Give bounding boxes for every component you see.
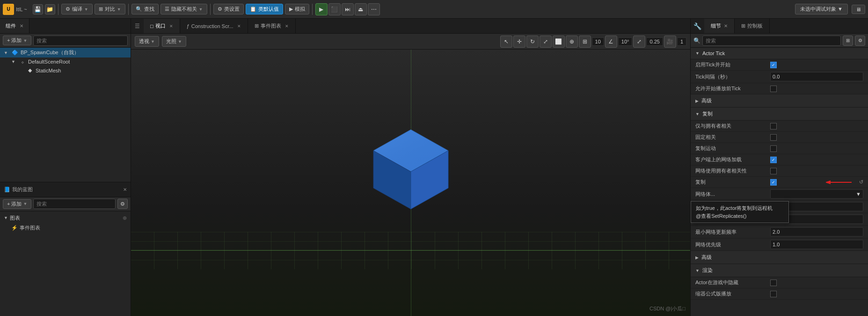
compile-button[interactable]: ⚙ 编译 ▼ [61,4,93,14]
screen-button[interactable]: 🖥 [852,5,865,14]
net-load-checkbox[interactable] [770,157,777,163]
prop-min-net-update-label: 最小网络更新频率 [695,229,770,236]
replicate-movement-checkbox[interactable] [770,145,777,152]
grid-toggle-button[interactable]: ⊞ [579,36,591,48]
prop-tick-interval-value [770,72,863,81]
tab-details[interactable]: 细节 ✕ [704,19,735,33]
camera-speed-button[interactable]: 🎥 [664,36,676,48]
enable-tick-checkbox[interactable] [770,62,777,68]
blueprint-settings-button[interactable]: ⚙ [117,199,128,209]
blueprint-close-button[interactable]: ✕ [123,187,127,192]
perspective-button[interactable]: 透视 ▼ [135,36,159,47]
move-tool-button[interactable]: ✛ [513,36,525,48]
viewport-close[interactable]: ✕ [169,24,173,29]
allow-tick-checkbox[interactable] [770,86,777,92]
tree-root-icon: 🔷 [11,50,19,56]
stop-button[interactable]: ⬛ [328,3,341,15]
details-grid-button[interactable]: ⊞ [843,36,853,46]
viewport-toolbar: 透视 ▼ 光照 ▼ ↖ ✛ ↻ ⤢ ⬜ ⊕ ⊞ 10 ∠ 10° [131,34,690,50]
advanced-section-header[interactable]: ▶ 高级 [691,94,868,108]
angle-toggle-button[interactable]: ∠ [605,36,617,48]
compile-icon: ⚙ [66,6,70,12]
grid-value[interactable]: 10 [592,37,604,46]
camera-value[interactable]: 1 [677,37,686,46]
tree-root-item[interactable]: ▼ 🔷 BP_SpawnCube（自我） [0,48,131,57]
rendering-section-header[interactable]: ▼ 渲染 [691,264,868,277]
rotate-tool-button[interactable]: ↻ [526,36,539,48]
eject-button[interactable]: ⏏ [355,3,367,15]
blueprint-add-button[interactable]: + 添加 ▼ [3,199,31,209]
min-net-update-input[interactable] [770,227,863,237]
prop-tick-interval: Tick间隔（秒） [691,71,868,83]
tree-mesh-item[interactable]: ◆ StaticMesh [15,66,131,75]
replication-section-header[interactable]: ▼ 复制 [691,108,868,121]
tab-viewport[interactable]: □ 视口 ✕ [144,19,180,33]
add-component-button[interactable]: + 添加 ▼ [3,36,31,45]
blueprint-events-item[interactable]: ⚡ 事件图表 [4,223,127,233]
scale-tool-button[interactable]: ⤢ [540,36,552,48]
net-priority-input[interactable] [770,240,863,249]
advanced2-arrow: ▶ [695,255,699,260]
net-body-dropdown[interactable]: ▼ [770,189,863,199]
tick-interval-input[interactable] [770,72,863,81]
blueprint-search-input[interactable] [33,199,116,209]
blueprint-toolbar: + 添加 ▼ ⚙ [0,197,131,211]
advanced2-section-header[interactable]: ▶ 高级 [691,251,868,264]
tree-scene-root-item[interactable]: ▼ ⬦ DefaultSceneRoot [7,57,131,66]
replicate-checkbox[interactable] [770,179,777,186]
event-close[interactable]: ✕ [285,24,289,29]
blueprint-title-area: 📘 我的蓝图 [4,186,33,193]
prop-always-relevant-label: 固定相关 [695,134,770,141]
editor-billboard-checkbox[interactable] [770,291,777,297]
add-graph-icon[interactable]: ⊕ [123,215,127,221]
tab-construction[interactable]: ƒ Construction Scr... ✕ [180,19,248,33]
class-default-button[interactable]: 📋 类默认值 [246,4,283,14]
event-label: 事件图表 [261,22,281,29]
scale-value[interactable]: 0.25 [646,37,663,46]
prop-enable-tick-value [770,62,863,68]
tab-components-close[interactable]: ✕ [20,23,23,29]
viewport-canvas[interactable]: CSDN @|小瓜□ [131,50,690,316]
class-settings-button[interactable]: ⚙ 类设置 [213,4,244,14]
reset-replicate-button[interactable]: ↺ [859,179,863,185]
viewport-menu-icon[interactable]: ☰ [135,23,140,29]
actor-tick-section-header[interactable]: ▼ Actor Tick [691,48,868,59]
tab-event-graph[interactable]: ⊞ 事件图表 ✕ [248,19,296,33]
select-tool-button[interactable]: ↖ [500,36,512,48]
screen-icon: 🖥 [856,7,861,12]
tab-components[interactable]: 组件 ✕ [0,19,29,33]
viewport-icon: □ [150,23,153,29]
hide-button[interactable]: ☰ 隐藏不相关 ▼ [160,4,207,14]
snap-button[interactable]: ⊕ [566,36,578,48]
component-search-input[interactable] [33,36,128,46]
only-relevant-checkbox[interactable] [770,123,777,129]
logo-text: ItlL ~ [16,7,27,12]
find-button[interactable]: 🔍 查找 [131,4,159,14]
actor-hidden-checkbox[interactable] [770,280,777,286]
blueprint-graphs-section[interactable]: ▼ 图表 ⊕ [4,213,127,223]
browse-button[interactable]: 📁 [45,4,55,14]
tree-root-label: BP_SpawnCube（自我） [21,49,79,56]
debug-dropdown[interactable]: 未选中调试对象 ▼ [795,4,848,14]
scale-toggle-button[interactable]: ⤢ [633,36,645,48]
simulate-button[interactable]: ▶ 模拟 [285,4,309,14]
right-panel: 🔧 细节 ✕ ⊞ 控制板 🔍 ⊞ ⚙ ▼ Actor Tick [690,19,868,316]
details-close-button[interactable]: ✕ [724,23,728,29]
simulate-icon: ▶ [289,6,293,12]
save-button[interactable]: 💾 [33,4,43,14]
net-owner-checkbox[interactable] [770,168,777,174]
more-play-button[interactable]: ⋯ [368,3,380,15]
diff-button[interactable]: ⊞ 对比 ▼ [95,4,125,14]
details-search-input[interactable] [702,36,841,46]
details-settings-button[interactable]: ⚙ [855,36,865,46]
skip-button[interactable]: ⏭ [342,3,354,15]
lighting-button[interactable]: 光照 ▼ [162,36,186,47]
play-button[interactable]: ▶ [315,3,328,15]
construction-close[interactable]: ✕ [237,24,241,29]
always-relevant-checkbox[interactable] [770,134,777,141]
blueprint-content: ▼ 图表 ⊕ ⚡ 事件图表 [0,211,131,316]
screen-space-button[interactable]: ⬜ [553,36,565,48]
angle-value[interactable]: 10° [618,37,633,46]
prop-editor-billboard-value [770,291,863,297]
tab-control-panel[interactable]: ⊞ 控制板 [735,19,770,33]
